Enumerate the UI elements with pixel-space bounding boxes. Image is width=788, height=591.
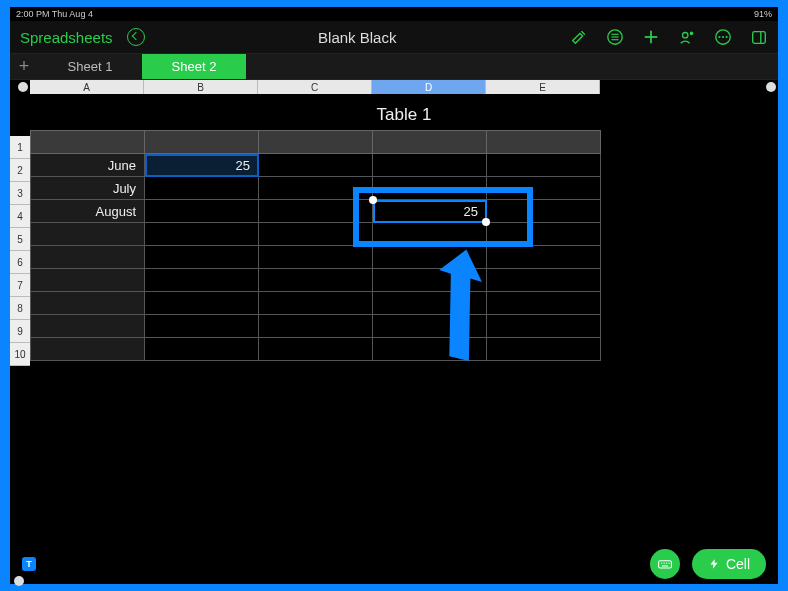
cell-e10[interactable] (487, 338, 601, 361)
cell-c8[interactable] (259, 292, 373, 315)
cell-d6[interactable] (373, 246, 487, 269)
row-head-10[interactable]: 10 (10, 343, 30, 366)
cell-b7[interactable] (145, 269, 259, 292)
cell-a6[interactable] (31, 246, 145, 269)
cell-d8[interactable] (373, 292, 487, 315)
row-head-2[interactable]: 2 (10, 159, 30, 182)
column-headers: A B C D E (30, 80, 764, 94)
cell-b10[interactable] (145, 338, 259, 361)
app-window: 2:00 PM Thu Aug 4 91% Spreadsheets Blank… (10, 7, 778, 584)
cell-e6[interactable] (487, 246, 601, 269)
doc-title[interactable]: Blank Black (318, 29, 396, 46)
keyboard-icon (657, 556, 673, 572)
tab-sheet-1[interactable]: Sheet 1 (38, 54, 142, 79)
cell-d9[interactable] (373, 315, 487, 338)
cell-c2[interactable] (259, 154, 373, 177)
cell-b2[interactable]: 25 (145, 154, 259, 177)
col-head-b[interactable]: B (144, 80, 258, 94)
cell-e4[interactable] (487, 200, 601, 223)
sidebar-icon[interactable] (750, 28, 768, 46)
table-container: Table 1 June 25 July (30, 94, 778, 584)
cell-c10[interactable] (259, 338, 373, 361)
toolbar-right (570, 28, 768, 46)
row-head-5[interactable]: 5 (10, 228, 30, 251)
list-icon[interactable] (606, 28, 624, 46)
col-head-a[interactable]: A (30, 80, 144, 94)
cell-a5[interactable] (31, 223, 145, 246)
cell-b5[interactable] (145, 223, 259, 246)
cell-b6[interactable] (145, 246, 259, 269)
undo-icon[interactable] (127, 28, 145, 46)
cell-c7[interactable] (259, 269, 373, 292)
row-head-spacer (10, 94, 30, 136)
lightning-icon (708, 558, 720, 570)
selection-handle-icon[interactable] (482, 218, 490, 226)
row-head-8[interactable]: 8 (10, 297, 30, 320)
tab-sheet-2[interactable]: Sheet 2 (142, 54, 246, 79)
cell-d2[interactable] (373, 154, 487, 177)
col-head-e[interactable]: E (486, 80, 600, 94)
ruler-handle-icon[interactable] (18, 82, 28, 92)
format-brush-icon[interactable] (570, 28, 588, 46)
cell-c9[interactable] (259, 315, 373, 338)
cell-e5[interactable] (487, 223, 601, 246)
cell-e9[interactable] (487, 315, 601, 338)
cell-a3[interactable]: July (31, 177, 145, 200)
bottom-bar: T Cell (10, 544, 778, 584)
cell-a4[interactable]: August (31, 200, 145, 223)
cell-d5[interactable] (373, 223, 487, 246)
col-head-d[interactable]: D (372, 80, 486, 94)
header-cell[interactable] (487, 131, 601, 154)
cell-d10[interactable] (373, 338, 487, 361)
add-sheet-button[interactable]: + (10, 54, 38, 79)
cell-e3[interactable] (487, 177, 601, 200)
cell-d7[interactable] (373, 269, 487, 292)
row-head-7[interactable]: 7 (10, 274, 30, 297)
cell-d4-value: 25 (464, 204, 478, 219)
column-ruler: A B C D E (10, 80, 778, 94)
cell-b4[interactable] (145, 200, 259, 223)
plus-icon[interactable] (642, 28, 660, 46)
cell-a2[interactable]: June (31, 154, 145, 177)
sheet-area: 1 2 3 4 5 6 7 8 9 10 Table 1 (10, 94, 778, 584)
text-mode-badge[interactable]: T (22, 557, 36, 571)
more-icon[interactable] (714, 28, 732, 46)
cell-a9[interactable] (31, 315, 145, 338)
ruler-corner (10, 80, 30, 94)
back-button[interactable]: Spreadsheets (20, 29, 113, 46)
header-cell[interactable] (259, 131, 373, 154)
header-cell[interactable] (145, 131, 259, 154)
row-head-4[interactable]: 4 (10, 205, 30, 228)
cell-c4[interactable] (259, 200, 373, 223)
cell-e8[interactable] (487, 292, 601, 315)
cell-c3[interactable] (259, 177, 373, 200)
table-title[interactable]: Table 1 (30, 94, 778, 130)
cell-d3[interactable] (373, 177, 487, 200)
row-head-6[interactable]: 6 (10, 251, 30, 274)
row-head-9[interactable]: 9 (10, 320, 30, 343)
row-head-1[interactable]: 1 (10, 136, 30, 159)
svg-point-19 (668, 563, 669, 564)
col-head-c[interactable]: C (258, 80, 372, 94)
header-cell[interactable] (373, 131, 487, 154)
sheet-tabs: + Sheet 1 Sheet 2 (10, 54, 778, 80)
cell-a10[interactable] (31, 338, 145, 361)
header-cell[interactable] (31, 131, 145, 154)
col-add-handle[interactable] (764, 80, 778, 94)
spreadsheet-grid: June 25 July August (30, 130, 601, 361)
cell-e7[interactable] (487, 269, 601, 292)
row-head-3[interactable]: 3 (10, 182, 30, 205)
cell-c6[interactable] (259, 246, 373, 269)
selection-handle-icon[interactable] (369, 196, 377, 204)
cell-b8[interactable] (145, 292, 259, 315)
keyboard-button[interactable] (650, 549, 680, 579)
cell-c5[interactable] (259, 223, 373, 246)
collab-icon[interactable] (678, 28, 696, 46)
cell-b9[interactable] (145, 315, 259, 338)
cell-d4[interactable]: 25 (373, 200, 487, 223)
cell-button[interactable]: Cell (692, 549, 766, 579)
cell-e2[interactable] (487, 154, 601, 177)
cell-a8[interactable] (31, 292, 145, 315)
cell-a7[interactable] (31, 269, 145, 292)
cell-b3[interactable] (145, 177, 259, 200)
